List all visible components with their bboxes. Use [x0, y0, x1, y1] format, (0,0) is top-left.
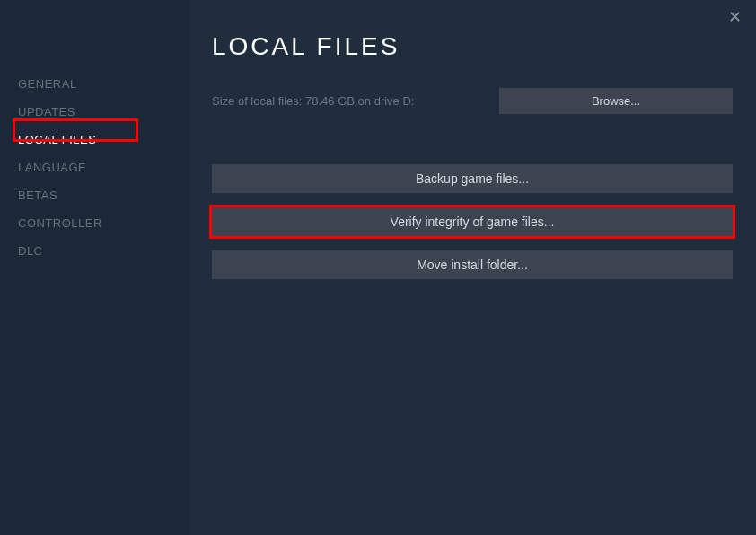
close-icon[interactable]: ✕ [728, 9, 742, 25]
backup-game-files-button[interactable]: Backup game files... [212, 164, 733, 193]
page-title: LOCAL FILES [212, 32, 733, 61]
move-install-folder-button[interactable]: Move install folder... [212, 250, 733, 279]
sidebar-item-dlc[interactable]: DLC [18, 237, 189, 265]
size-of-local-files-label: Size of local files: 78.46 GB on drive D… [212, 94, 414, 108]
verify-integrity-button[interactable]: Verify integrity of game files... [212, 207, 733, 236]
sidebar-item-language[interactable]: LANGUAGE [18, 153, 189, 181]
verify-button-wrapper: Verify integrity of game files... [212, 207, 733, 236]
info-row: Size of local files: 78.46 GB on drive D… [212, 88, 733, 114]
sidebar-item-local-files[interactable]: LOCAL FILES [18, 126, 189, 153]
sidebar: GENERAL UPDATES LOCAL FILES LANGUAGE BET… [0, 0, 189, 535]
main-panel: ✕ LOCAL FILES Size of local files: 78.46… [189, 0, 756, 535]
sidebar-item-general[interactable]: GENERAL [18, 70, 189, 98]
sidebar-item-updates[interactable]: UPDATES [18, 98, 189, 126]
sidebar-item-controller[interactable]: CONTROLLER [18, 209, 189, 237]
browse-button[interactable]: Browse... [499, 88, 733, 114]
sidebar-item-betas[interactable]: BETAS [18, 181, 189, 209]
